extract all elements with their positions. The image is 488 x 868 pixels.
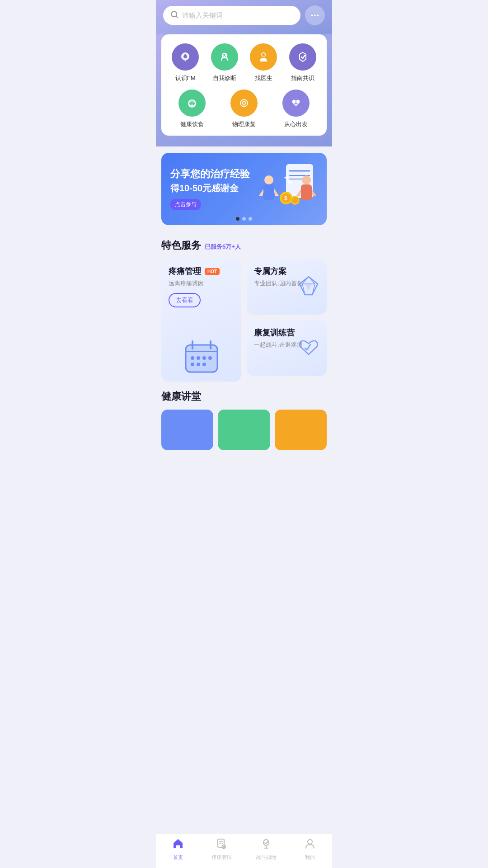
svg-point-38 <box>202 363 206 366</box>
header: 请输入关键词 <box>156 0 332 34</box>
svg-point-33 <box>197 356 200 360</box>
menu-icon-guideline <box>289 43 316 71</box>
menu-grid-row2: 健康饮食 物理康复 <box>166 90 322 128</box>
menu-label-self-diagnose: 自我诊断 <box>213 74 236 82</box>
svg-point-36 <box>191 363 194 366</box>
pain-management-card[interactable]: 疼痛管理 HOT 远离疼痛诱因 去看看 <box>161 259 241 382</box>
menu-label-guideline: 指南共识 <box>291 74 314 82</box>
diamond-icon <box>296 273 321 300</box>
nav-battle-ground-label: 战斗园地 <box>256 854 276 861</box>
profile-icon <box>304 838 316 852</box>
nav-profile[interactable]: 我的 <box>288 838 333 861</box>
featured-services-section: 特色服务 已服务5万+人 疼痛管理 HOT 远离疼痛诱因 去看看 <box>156 231 332 385</box>
battle-ground-icon <box>260 838 272 852</box>
menu-icon-self-diagnose <box>211 43 238 71</box>
svg-line-1 <box>176 16 177 17</box>
hot-badge: HOT <box>205 268 220 275</box>
svg-rect-21 <box>301 184 312 200</box>
home-icon <box>172 838 184 852</box>
menu-item-find-doctor[interactable]: 找医生 <box>244 43 283 82</box>
menu-label-mental-health: 从心出发 <box>284 120 308 128</box>
search-icon <box>170 10 178 20</box>
banner-subtitle: 得10-50元感谢金 <box>170 182 259 194</box>
calendar-icon <box>183 338 220 374</box>
pain-management-desc: 远离疼痛诱因 <box>169 279 234 288</box>
banner-title: 分享您的治疗经验 <box>170 168 259 181</box>
health-lecture-section: 健康讲堂 <box>156 385 332 450</box>
bottom-navigation: 首页 疼痛管理 战斗园地 <box>156 834 332 868</box>
menu-icon-healthy-diet <box>178 90 206 117</box>
pain-management-title: 疼痛管理 HOT <box>169 266 234 277</box>
svg-point-35 <box>208 356 212 360</box>
heart-care-icon <box>296 335 321 362</box>
svg-point-3 <box>318 15 319 16</box>
health-card-3[interactable] <box>275 410 327 450</box>
health-card-2[interactable] <box>218 410 270 450</box>
menu-icon-physical-rehab <box>230 90 258 117</box>
pain-management-btn[interactable]: 去看看 <box>169 293 201 307</box>
banner-dot-3 <box>249 217 252 221</box>
menu-item-recognize-fm[interactable]: 认识FM <box>166 43 205 82</box>
menu-item-healthy-diet[interactable]: 健康饮食 <box>166 90 218 128</box>
health-card-1[interactable] <box>161 410 213 450</box>
featured-section-title: 特色服务 <box>161 239 201 252</box>
svg-rect-27 <box>186 345 217 372</box>
svg-point-2 <box>314 15 315 16</box>
menu-label-recognize-fm: 认识FM <box>175 74 196 82</box>
menu-grid-row1: 认识FM 自我诊断 <box>166 43 322 82</box>
pain-management-nav-icon <box>216 838 228 852</box>
banner-dot-2 <box>242 217 246 221</box>
svg-point-34 <box>202 356 206 360</box>
menu-icon-recognize-fm <box>172 43 199 71</box>
nav-home[interactable]: 首页 <box>156 838 200 861</box>
banner-illustration: $ <box>259 160 318 218</box>
banner-pagination <box>236 217 252 221</box>
menu-item-guideline[interactable]: 指南共识 <box>283 43 323 82</box>
menu-icon-find-doctor <box>250 43 277 71</box>
svg-rect-8 <box>262 54 265 56</box>
promo-banner[interactable]: 分享您的治疗经验 得10-50元感谢金 点击参与 <box>161 153 327 225</box>
health-section-title: 健康讲堂 <box>161 390 327 403</box>
menu-icon-mental-health <box>282 90 310 117</box>
banner-cta-button[interactable]: 点击参与 <box>170 199 201 210</box>
nav-profile-label: 我的 <box>305 854 315 861</box>
svg-text:$: $ <box>284 195 287 202</box>
svg-rect-29 <box>186 351 217 352</box>
svg-point-32 <box>191 356 194 360</box>
search-placeholder: 请输入关键词 <box>182 11 293 20</box>
menu-card: 认识FM 自我诊断 <box>161 34 327 136</box>
svg-rect-19 <box>263 184 274 200</box>
nav-home-label: 首页 <box>173 854 183 861</box>
message-button[interactable] <box>305 5 325 25</box>
menu-label-find-doctor: 找医生 <box>255 74 272 82</box>
menu-label-healthy-diet: 健康饮食 <box>180 120 204 128</box>
menu-item-physical-rehab[interactable]: 物理康复 <box>218 90 270 128</box>
nav-battle-ground[interactable]: 战斗园地 <box>244 838 288 861</box>
nav-pain-management-label: 疼痛管理 <box>212 854 232 861</box>
health-cards-row <box>161 410 327 450</box>
svg-point-18 <box>264 175 273 184</box>
search-bar[interactable]: 请输入关键词 <box>163 6 300 25</box>
banner-dot-1 <box>236 217 239 221</box>
svg-point-45 <box>308 840 312 844</box>
menu-item-self-diagnose[interactable]: 自我诊断 <box>205 43 244 82</box>
svg-point-4 <box>312 15 313 16</box>
menu-label-physical-rehab: 物理康复 <box>232 120 256 128</box>
service-grid: 疼痛管理 HOT 远离疼痛诱因 去看看 <box>161 259 327 382</box>
nav-pain-management[interactable]: 疼痛管理 <box>200 838 244 861</box>
exclusive-plan-card[interactable]: 专属方案 专业团队,国内首创 <box>247 259 327 315</box>
svg-point-20 <box>302 175 311 184</box>
svg-point-26 <box>292 197 298 203</box>
svg-point-37 <box>197 363 200 366</box>
featured-section-subtitle: 已服务5万+人 <box>205 243 241 251</box>
rehab-training-card[interactable]: 康复训练营 一起战斗,击退疼痛 <box>247 320 327 376</box>
menu-item-mental-health[interactable]: 从心出发 <box>270 90 322 128</box>
